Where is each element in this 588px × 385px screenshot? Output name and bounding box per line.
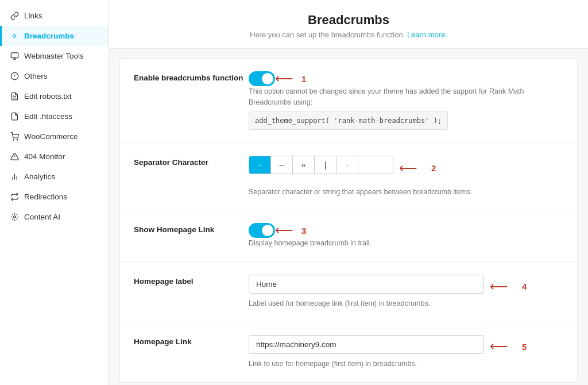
link-icon xyxy=(10,11,20,21)
homepage-link-desc: Link to use for homepage (first item) in… xyxy=(249,359,563,369)
show-homepage-control: ⟵ 3 Display homepage breadcrumb in trail… xyxy=(249,223,563,249)
homepage-link-label: Homepage Link xyxy=(134,335,249,346)
redirect-icon xyxy=(10,192,20,202)
toggle3-annotation-wrap: ⟵ 3 xyxy=(249,223,563,238)
sidebar-item-label: Edit robots.txt xyxy=(24,92,72,101)
sidebar-item-webmaster-tools[interactable]: Webmaster Tools xyxy=(0,46,109,66)
show-homepage-toggle[interactable] xyxy=(249,223,275,238)
sidebar-item-edit-htaccess[interactable]: Edit .htaccess xyxy=(0,106,109,126)
breadcrumb-icon xyxy=(10,31,20,41)
sidebar-item-content-ai[interactable]: Content AI xyxy=(0,207,109,227)
chart-icon xyxy=(10,172,20,182)
sep-btn-raquo[interactable]: » xyxy=(293,156,315,174)
page-subtitle: Here you can set up the breadcrumbs func… xyxy=(121,30,577,39)
sidebar: Links Breadcrumbs Webmaster Tools Others… xyxy=(0,0,109,385)
enable-breadcrumbs-toggle[interactable] xyxy=(249,71,275,86)
arrow-4: ⟵ xyxy=(490,280,508,293)
webmaster-icon xyxy=(10,51,20,61)
sidebar-item-label: Edit .htaccess xyxy=(24,112,72,121)
sidebar-item-label: 404 Monitor xyxy=(24,152,65,161)
sidebar-item-analytics[interactable]: Analytics xyxy=(0,167,109,187)
annotation-2: 2 xyxy=(431,163,436,173)
sidebar-item-label: Redirections xyxy=(24,192,67,201)
arrow-3: ⟵ xyxy=(275,224,293,237)
sidebar-item-label: WooCommerce xyxy=(24,132,78,141)
arrow-2: ⟵ xyxy=(399,162,417,175)
separator-buttons: - – » | · xyxy=(249,156,393,174)
sep-btn-dash[interactable]: - xyxy=(249,156,271,174)
homepage-label-label: Homepage label xyxy=(134,275,249,286)
separator-label: Separator Character xyxy=(134,156,249,167)
ai-icon xyxy=(10,212,20,222)
sidebar-item-others[interactable]: Others xyxy=(0,66,109,86)
page-header: Breadcrumbs Here you can set up the brea… xyxy=(109,0,588,49)
svg-point-10 xyxy=(17,140,18,140)
homepage-link-input[interactable] xyxy=(249,335,484,354)
separator-desc: Separator character or string that appea… xyxy=(249,187,563,198)
sidebar-item-404-monitor[interactable]: 404 Monitor xyxy=(0,147,109,167)
homepage-label-input[interactable] xyxy=(249,275,484,294)
sidebar-item-edit-robots[interactable]: Edit robots.txt xyxy=(0,86,109,106)
annotation-3: 3 xyxy=(301,226,306,236)
sidebar-item-links[interactable]: Links xyxy=(0,6,109,26)
settings-panel: Enable breadcrumbs function ⟵ 1 This opt… xyxy=(119,58,578,383)
svg-point-9 xyxy=(13,140,14,140)
show-homepage-desc: Display homepage breadcrumb in trail. xyxy=(249,238,563,249)
show-homepage-link-row: Show Homepage Link ⟵ 3 Display homepage … xyxy=(120,210,577,262)
page-title: Breadcrumbs xyxy=(121,13,577,28)
svg-point-16 xyxy=(14,216,16,218)
sep-btn-pipe[interactable]: | xyxy=(315,156,336,174)
enable-breadcrumbs-label: Enable breadcrumbs function xyxy=(134,71,249,82)
main-content: Breadcrumbs Here you can set up the brea… xyxy=(109,0,588,385)
enable-breadcrumbs-desc: This option cannot be changed since your… xyxy=(249,86,563,130)
homepage-link-control: ⟵ 5 Link to use for homepage (first item… xyxy=(249,335,563,369)
sidebar-item-label: Breadcrumbs xyxy=(24,32,74,40)
toggle-annotation-wrap: ⟵ 1 xyxy=(249,71,563,86)
sidebar-item-label: Links xyxy=(24,11,42,20)
annotation-1: 1 xyxy=(301,74,306,84)
sidebar-item-label: Analytics xyxy=(24,172,55,181)
sep-btn-custom[interactable] xyxy=(358,161,393,169)
enable-breadcrumbs-control: ⟵ 1 This option cannot be changed since … xyxy=(249,71,563,130)
sidebar-item-breadcrumbs[interactable]: Breadcrumbs xyxy=(0,26,109,46)
sidebar-item-woocommerce[interactable]: WooCommerce xyxy=(0,126,109,147)
learn-more-link[interactable]: Learn more. xyxy=(407,30,447,39)
show-homepage-label: Show Homepage Link xyxy=(134,223,249,234)
sep-btn-dot[interactable]: · xyxy=(336,156,358,174)
sidebar-item-redirections[interactable]: Redirections xyxy=(0,187,109,207)
htaccess-icon xyxy=(10,111,20,121)
svg-rect-1 xyxy=(11,53,18,58)
sep-btn-endash[interactable]: – xyxy=(271,156,293,174)
homepage-label-control: ⟵ 4 Label used for homepage link (first … xyxy=(249,275,563,309)
separator-control: - – » | · ⟵ 2 Separator character or str… xyxy=(249,156,563,198)
annotation-5: 5 xyxy=(522,342,527,352)
separator-row: Separator Character - – » | · ⟵ 2 Separa… xyxy=(120,143,577,211)
sidebar-item-label: Others xyxy=(24,72,48,80)
homepage-label-row: Homepage label ⟵ 4 Label used for homepa… xyxy=(120,262,577,322)
sidebar-item-label: Webmaster Tools xyxy=(24,52,84,60)
annotation-4: 4 xyxy=(522,282,527,291)
homepage-link-row: Homepage Link ⟵ 5 Link to use for homepa… xyxy=(120,322,577,382)
arrow-1: ⟵ xyxy=(275,72,293,85)
code-snippet: add_theme_support( 'rank-math-breadcrumb… xyxy=(249,111,448,130)
homepage-label-desc: Label used for homepage link (first item… xyxy=(249,298,563,309)
triangle-icon xyxy=(10,152,20,161)
arrow-5: ⟵ xyxy=(490,340,508,353)
cart-icon xyxy=(10,132,20,141)
robots-icon xyxy=(10,91,20,101)
enable-breadcrumbs-row: Enable breadcrumbs function ⟵ 1 This opt… xyxy=(120,59,577,143)
others-icon xyxy=(10,71,20,81)
sidebar-item-label: Content AI xyxy=(24,213,60,221)
